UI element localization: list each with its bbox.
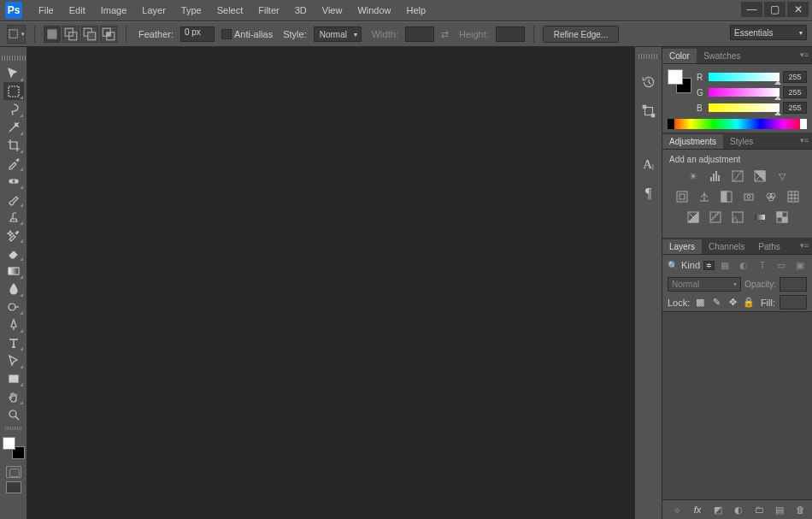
kind-dropdown[interactable]: ≑ [703, 261, 715, 270]
dodge-tool[interactable] [3, 298, 24, 316]
hue-icon[interactable] [675, 190, 689, 203]
brightness-icon[interactable]: ☀ [686, 169, 700, 183]
clone-stamp-tool[interactable] [3, 208, 24, 226]
r-value[interactable]: 255 [783, 71, 807, 83]
gradient-tool[interactable] [3, 262, 24, 280]
photo-filter-icon[interactable] [742, 190, 756, 203]
lock-all-icon[interactable]: 🔒 [743, 297, 755, 309]
selection-intersect-icon[interactable] [100, 26, 117, 43]
zoom-tool[interactable] [3, 405, 24, 423]
menu-filter[interactable]: Filter [250, 2, 286, 19]
layer-style-icon[interactable]: fx [691, 503, 704, 516]
move-tool[interactable] [3, 64, 24, 82]
type-tool[interactable] [3, 333, 24, 351]
screen-mode-toggle[interactable] [6, 481, 21, 493]
exposure-icon[interactable] [753, 169, 767, 183]
crop-tool[interactable] [3, 136, 24, 154]
b-value[interactable]: 255 [783, 102, 807, 114]
color-panel-menu-icon[interactable]: ▾≡ [800, 50, 809, 59]
color-swatch-pair[interactable] [668, 69, 691, 93]
delete-layer-icon[interactable]: 🗑 [793, 503, 807, 516]
threshold-icon[interactable] [731, 210, 744, 224]
posterize-icon[interactable] [709, 210, 722, 224]
layers-list[interactable] [662, 311, 812, 500]
filter-pixel-icon[interactable]: ▦ [718, 258, 732, 272]
window-minimize-button[interactable]: — [741, 2, 762, 17]
filter-adjustment-icon[interactable]: ◐ [737, 258, 750, 272]
vibrance-icon[interactable]: ▽ [775, 169, 789, 183]
selection-add-icon[interactable] [62, 26, 79, 43]
menu-help[interactable]: Help [399, 2, 434, 19]
rectangle-tool[interactable] [3, 369, 24, 387]
menu-image[interactable]: Image [93, 2, 135, 19]
r-slider[interactable] [709, 73, 780, 81]
tab-swatches[interactable]: Swatches [697, 49, 747, 63]
menu-select[interactable]: Select [209, 2, 251, 19]
tool-preset-icon[interactable]: ▾ [7, 25, 26, 44]
tab-color[interactable]: Color [662, 49, 697, 63]
tab-adjustments[interactable]: Adjustments [662, 134, 723, 149]
menu-view[interactable]: View [315, 2, 350, 19]
gradient-map-icon[interactable] [753, 210, 767, 224]
character-panel-icon[interactable]: A| [639, 155, 658, 174]
eraser-tool[interactable] [3, 244, 24, 262]
lock-pixels-icon[interactable]: ✎ [710, 297, 722, 309]
levels-icon[interactable] [709, 169, 722, 183]
selection-new-icon[interactable] [44, 26, 61, 43]
menu-edit[interactable]: Edit [62, 2, 93, 19]
marquee-tool[interactable] [3, 82, 24, 100]
bw-icon[interactable] [720, 190, 733, 203]
path-selection-tool[interactable] [3, 351, 24, 369]
healing-brush-tool[interactable] [3, 172, 24, 190]
selection-subtract-icon[interactable] [81, 26, 98, 43]
blur-tool[interactable] [3, 280, 24, 298]
menu-layer[interactable]: Layer [134, 2, 174, 19]
menu-type[interactable]: Type [174, 2, 209, 19]
toolbox-handle[interactable] [2, 56, 26, 61]
app-logo[interactable]: Ps [5, 2, 22, 19]
dock-handle[interactable] [638, 54, 659, 59]
layers-panel-menu-icon[interactable]: ▾≡ [800, 241, 809, 250]
invert-icon[interactable] [686, 210, 700, 224]
history-panel-icon[interactable] [639, 73, 658, 91]
workspace-selector[interactable]: Essentials [730, 25, 807, 40]
properties-panel-icon[interactable] [639, 102, 658, 121]
feather-input[interactable]: 0 px [180, 27, 215, 42]
color-balance-icon[interactable] [697, 190, 711, 203]
lock-transparency-icon[interactable]: ▩ [694, 297, 706, 309]
magic-wand-tool[interactable] [3, 118, 24, 136]
refine-edge-button[interactable]: Refine Edge... [543, 26, 619, 43]
new-group-icon[interactable]: 🗀 [752, 503, 766, 516]
b-slider[interactable] [709, 103, 780, 112]
selective-color-icon[interactable] [775, 210, 789, 224]
new-fill-layer-icon[interactable]: ◐ [732, 503, 745, 516]
filter-shape-icon[interactable]: ▭ [774, 258, 788, 272]
color-spectrum[interactable] [668, 119, 807, 129]
opacity-input[interactable] [780, 277, 807, 292]
channel-mixer-icon[interactable] [764, 190, 778, 203]
quick-mask-toggle[interactable] [6, 466, 21, 478]
g-value[interactable]: 255 [783, 86, 807, 98]
link-layers-icon[interactable]: ⟐ [670, 503, 684, 516]
lock-position-icon[interactable]: ✥ [727, 297, 738, 309]
adjustments-panel-menu-icon[interactable]: ▾≡ [800, 136, 809, 144]
layer-mask-icon[interactable]: ◩ [711, 503, 725, 516]
blend-mode-select[interactable]: Normal [668, 277, 741, 292]
color-lookup-icon[interactable] [786, 190, 800, 203]
hand-tool[interactable] [3, 387, 24, 405]
tab-channels[interactable]: Channels [702, 239, 751, 254]
g-slider[interactable] [709, 88, 780, 97]
curves-icon[interactable] [731, 169, 744, 183]
filter-smart-icon[interactable]: ▣ [793, 258, 807, 272]
foreground-background-colors[interactable] [3, 437, 25, 459]
paragraph-panel-icon[interactable]: ¶ [639, 184, 658, 203]
tab-layers[interactable]: Layers [662, 239, 702, 254]
menu-3d[interactable]: 3D [287, 2, 315, 19]
history-brush-tool[interactable] [3, 226, 24, 244]
tab-paths[interactable]: Paths [751, 239, 787, 254]
fill-input[interactable] [780, 295, 807, 310]
document-canvas[interactable] [27, 47, 635, 519]
tab-styles[interactable]: Styles [723, 134, 760, 149]
menu-file[interactable]: File [31, 2, 62, 19]
pen-tool[interactable] [3, 316, 24, 333]
